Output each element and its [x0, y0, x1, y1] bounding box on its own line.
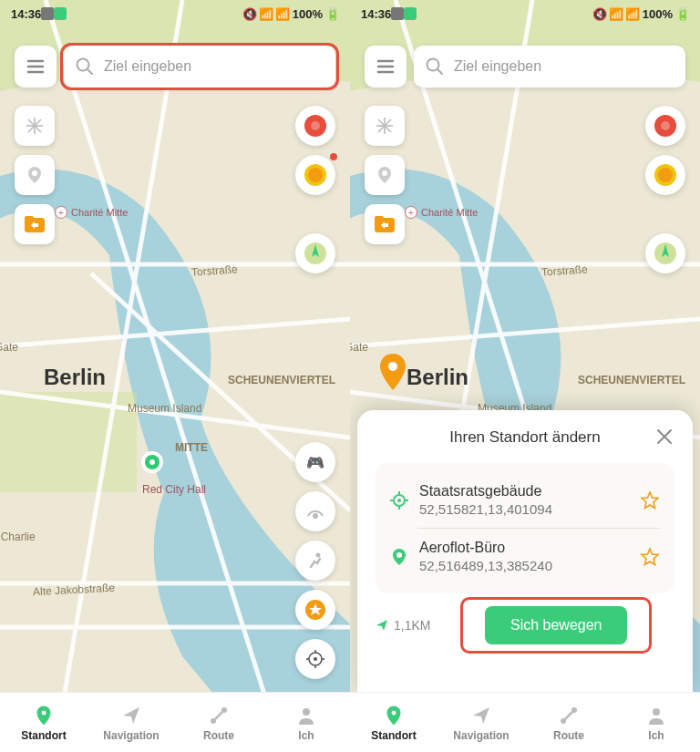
app-icon: [404, 7, 417, 20]
location-row-end[interactable]: Aeroflot-Büro 52,516489,13,385240: [390, 532, 660, 581]
move-button[interactable]: Sich bewegen: [485, 606, 628, 644]
person-icon: [295, 705, 317, 726]
locations-card: Staatsratsgebäude 52,515821,13,401094 Ae…: [376, 463, 674, 593]
locate-button[interactable]: [295, 639, 335, 679]
menu-button[interactable]: [365, 46, 407, 88]
svg-rect-39: [391, 7, 404, 20]
hamburger-icon: [26, 57, 46, 77]
sheet-title: Ihren Standort ändern: [449, 428, 600, 447]
menu-button[interactable]: [15, 46, 57, 88]
divider: [417, 528, 660, 529]
gamepad-icon: 🎮: [306, 454, 324, 471]
nav-label: Ich: [648, 729, 664, 742]
game-button[interactable]: 🎮: [295, 442, 335, 482]
city-label: Berlin: [44, 365, 106, 390]
nav-ich[interactable]: Ich: [262, 693, 350, 752]
svg-point-50: [382, 170, 387, 176]
svg-rect-52: [375, 216, 384, 221]
svg-rect-6: [54, 7, 67, 20]
svg-point-25: [316, 553, 321, 558]
svg-rect-5: [41, 7, 54, 20]
search-icon: [75, 57, 95, 77]
signal-icon: 📶: [626, 7, 639, 20]
run-icon: [305, 551, 325, 571]
svg-point-38: [388, 362, 397, 371]
nav-label: Standort: [21, 729, 66, 742]
snowflake-button[interactable]: [365, 106, 405, 146]
nav-label: Navigation: [453, 729, 509, 742]
favorite-button[interactable]: [640, 490, 660, 510]
compass-button[interactable]: [295, 233, 335, 273]
gauge-icon: [305, 501, 325, 521]
svg-rect-40: [404, 7, 417, 20]
poi-label: Charité Mitte: [421, 207, 478, 218]
search-box[interactable]: [64, 46, 335, 88]
district-label: Gate: [0, 341, 18, 354]
favorite-button[interactable]: [640, 547, 660, 567]
coin-button[interactable]: [295, 155, 335, 195]
district-label: t Charlie: [0, 531, 36, 543]
nav-navigation[interactable]: Navigation: [88, 693, 175, 752]
search-icon: [425, 57, 445, 77]
location-icon: [33, 705, 55, 726]
nav-standort[interactable]: Standort: [0, 693, 88, 752]
record-button[interactable]: [645, 106, 685, 146]
folder-button[interactable]: [365, 204, 405, 244]
city-label: Berlin: [407, 365, 468, 390]
nav-label: Route: [553, 729, 584, 742]
pin-button[interactable]: [15, 155, 55, 195]
search-box[interactable]: [414, 46, 685, 88]
search-input[interactable]: [454, 58, 674, 75]
snowflake-button[interactable]: [15, 106, 55, 146]
signal-icon: 📶: [276, 7, 289, 20]
destination-marker: [379, 354, 407, 390]
district-label: SCHEUNENVIERTEL: [578, 374, 685, 386]
close-icon: [654, 427, 674, 447]
search-input[interactable]: [104, 58, 324, 75]
district-label: SCHEUNENVIERTEL: [228, 374, 335, 386]
svg-point-56: [658, 168, 673, 182]
nav-label: Standort: [371, 729, 416, 742]
app-icon: [391, 7, 404, 20]
poi-label: Museum Island: [128, 402, 201, 415]
app-icon: [54, 7, 67, 20]
svg-point-61: [397, 499, 401, 502]
location-sheet: Ihren Standort ändern Staatsratsgebäude …: [357, 410, 693, 692]
star-icon: [640, 547, 660, 567]
pin-button[interactable]: [365, 155, 405, 195]
coin-button[interactable]: [645, 155, 685, 195]
status-bar: 14:36 🔇 📶 📶 100% 🔋: [0, 0, 350, 27]
target-icon: [390, 491, 408, 510]
mute-icon: 🔇: [593, 7, 606, 20]
nav-route[interactable]: Route: [525, 693, 612, 752]
star-button[interactable]: [295, 590, 335, 630]
distance-label: 1,1KM: [376, 618, 430, 633]
location-coords: 52,516489,13,385240: [419, 558, 629, 573]
nav-label: Ich: [298, 729, 314, 742]
screen-right: Berlin SCHEUNENVIERTEL Gate Torstraße Mu…: [350, 0, 700, 752]
nav-label: Navigation: [103, 729, 159, 742]
svg-point-54: [661, 121, 670, 130]
svg-point-4: [149, 459, 155, 465]
crosshair-icon: [305, 649, 325, 669]
location-row-start[interactable]: Staatsratsgebäude 52,515821,13,401094: [390, 476, 660, 524]
svg-line-45: [438, 69, 442, 74]
route-icon: [558, 705, 580, 726]
compass-button[interactable]: [645, 233, 685, 273]
snowflake-icon: [375, 116, 395, 136]
svg-line-11: [88, 69, 92, 74]
record-button[interactable]: [295, 106, 335, 146]
run-button[interactable]: [295, 541, 335, 581]
svg-point-16: [32, 170, 37, 176]
folder-button[interactable]: [15, 204, 55, 244]
nav-ich[interactable]: Ich: [612, 693, 700, 752]
record-icon: [302, 112, 329, 139]
nav-route[interactable]: Route: [175, 693, 262, 752]
cursor-icon: [376, 619, 388, 632]
battery-text: 100%: [293, 7, 323, 21]
speed-button[interactable]: [295, 491, 335, 531]
nav-navigation[interactable]: Navigation: [438, 693, 525, 752]
close-button[interactable]: [654, 427, 674, 447]
nav-standort[interactable]: Standort: [350, 693, 438, 752]
app-icon: [41, 7, 54, 20]
